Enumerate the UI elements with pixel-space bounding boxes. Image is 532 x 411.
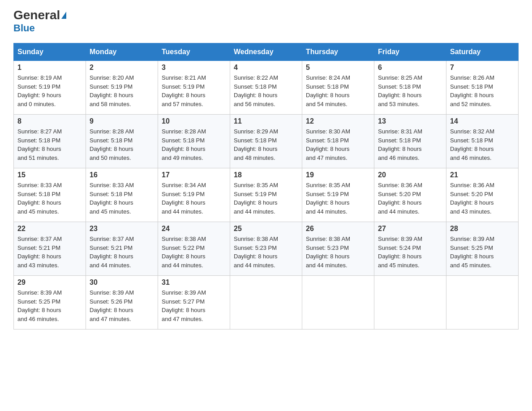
week-row-4: 22 Sunrise: 8:37 AM Sunset: 5:21 PM Dayl… (14, 222, 519, 276)
day-number: 29 (17, 278, 82, 287)
day-info: Sunrise: 8:32 AM Sunset: 5:18 PM Dayligh… (450, 127, 515, 162)
day-info: Sunrise: 8:39 AM Sunset: 5:25 PM Dayligh… (17, 288, 82, 323)
day-info: Sunrise: 8:19 AM Sunset: 5:19 PM Dayligh… (17, 73, 82, 108)
day-number: 4 (234, 64, 298, 72)
day-number: 26 (306, 225, 370, 233)
calendar-cell: 2 Sunrise: 8:20 AM Sunset: 5:19 PM Dayli… (86, 61, 158, 115)
day-number: 15 (17, 171, 82, 179)
day-info: Sunrise: 8:30 AM Sunset: 5:18 PM Dayligh… (306, 127, 370, 162)
day-info: Sunrise: 8:20 AM Sunset: 5:19 PM Dayligh… (90, 73, 154, 108)
day-number: 18 (234, 171, 298, 179)
week-row-3: 15 Sunrise: 8:33 AM Sunset: 5:18 PM Dayl… (14, 168, 519, 222)
week-row-1: 1 Sunrise: 8:19 AM Sunset: 5:19 PM Dayli… (14, 61, 519, 115)
day-info: Sunrise: 8:33 AM Sunset: 5:18 PM Dayligh… (90, 181, 154, 216)
day-number: 9 (90, 117, 154, 125)
logo-general: General (13, 9, 60, 21)
day-number: 16 (90, 171, 154, 179)
calendar-table: SundayMondayTuesdayWednesdayThursdayFrid… (13, 43, 519, 330)
calendar-cell: 19 Sunrise: 8:35 AM Sunset: 5:19 PM Dayl… (302, 168, 374, 222)
calendar-cell (446, 276, 519, 330)
day-number: 13 (378, 117, 442, 125)
calendar-cell: 16 Sunrise: 8:33 AM Sunset: 5:18 PM Dayl… (86, 168, 158, 222)
day-number: 21 (450, 171, 515, 179)
day-number: 11 (234, 117, 298, 125)
day-number: 2 (90, 64, 154, 72)
day-info: Sunrise: 8:38 AM Sunset: 5:23 PM Dayligh… (306, 235, 370, 270)
day-info: Sunrise: 8:37 AM Sunset: 5:21 PM Dayligh… (17, 235, 82, 270)
weekday-header-saturday: Saturday (446, 43, 519, 61)
day-number: 28 (450, 225, 515, 233)
day-info: Sunrise: 8:28 AM Sunset: 5:18 PM Dayligh… (162, 127, 226, 162)
calendar-cell: 27 Sunrise: 8:39 AM Sunset: 5:24 PM Dayl… (374, 222, 446, 276)
calendar-cell: 24 Sunrise: 8:38 AM Sunset: 5:22 PM Dayl… (158, 222, 230, 276)
calendar-cell: 5 Sunrise: 8:24 AM Sunset: 5:18 PM Dayli… (302, 61, 374, 115)
day-info: Sunrise: 8:21 AM Sunset: 5:19 PM Dayligh… (162, 73, 226, 108)
calendar-cell: 11 Sunrise: 8:29 AM Sunset: 5:18 PM Dayl… (230, 115, 302, 168)
day-info: Sunrise: 8:28 AM Sunset: 5:18 PM Dayligh… (90, 127, 154, 162)
calendar-cell: 22 Sunrise: 8:37 AM Sunset: 5:21 PM Dayl… (14, 222, 86, 276)
calendar-cell (230, 276, 302, 330)
day-info: Sunrise: 8:33 AM Sunset: 5:18 PM Dayligh… (17, 181, 82, 216)
calendar-cell: 25 Sunrise: 8:38 AM Sunset: 5:23 PM Dayl… (230, 222, 302, 276)
day-number: 12 (306, 117, 370, 125)
calendar-cell (374, 276, 446, 330)
day-info: Sunrise: 8:36 AM Sunset: 5:20 PM Dayligh… (378, 181, 442, 216)
calendar-cell (302, 276, 374, 330)
day-number: 1 (17, 64, 82, 72)
day-info: Sunrise: 8:38 AM Sunset: 5:23 PM Dayligh… (234, 235, 298, 270)
calendar-cell: 7 Sunrise: 8:26 AM Sunset: 5:18 PM Dayli… (446, 61, 519, 115)
calendar-cell: 8 Sunrise: 8:27 AM Sunset: 5:18 PM Dayli… (14, 115, 86, 168)
day-number: 8 (17, 117, 82, 125)
day-info: Sunrise: 8:31 AM Sunset: 5:18 PM Dayligh… (378, 127, 442, 162)
day-info: Sunrise: 8:38 AM Sunset: 5:22 PM Dayligh… (162, 235, 226, 270)
day-number: 19 (306, 171, 370, 179)
day-number: 23 (90, 225, 154, 233)
day-number: 30 (90, 278, 154, 287)
calendar-cell: 12 Sunrise: 8:30 AM Sunset: 5:18 PM Dayl… (302, 115, 374, 168)
weekday-header-thursday: Thursday (302, 43, 374, 61)
weekday-header-friday: Friday (374, 43, 446, 61)
calendar-cell: 28 Sunrise: 8:39 AM Sunset: 5:25 PM Dayl… (446, 222, 519, 276)
day-info: Sunrise: 8:39 AM Sunset: 5:26 PM Dayligh… (90, 288, 154, 323)
day-number: 10 (162, 117, 226, 125)
weekday-header-wednesday: Wednesday (230, 43, 302, 61)
logo: General Blue (13, 9, 66, 34)
day-info: Sunrise: 8:39 AM Sunset: 5:27 PM Dayligh… (162, 288, 226, 323)
day-number: 25 (234, 225, 298, 233)
calendar-cell: 3 Sunrise: 8:21 AM Sunset: 5:19 PM Dayli… (158, 61, 230, 115)
day-number: 7 (450, 64, 515, 72)
calendar-cell: 15 Sunrise: 8:33 AM Sunset: 5:18 PM Dayl… (14, 168, 86, 222)
calendar-cell: 9 Sunrise: 8:28 AM Sunset: 5:18 PM Dayli… (86, 115, 158, 168)
day-number: 22 (17, 225, 82, 233)
day-number: 20 (378, 171, 442, 179)
day-info: Sunrise: 8:29 AM Sunset: 5:18 PM Dayligh… (234, 127, 298, 162)
day-info: Sunrise: 8:24 AM Sunset: 5:18 PM Dayligh… (306, 73, 370, 108)
day-number: 6 (378, 64, 442, 72)
weekday-header-row: SundayMondayTuesdayWednesdayThursdayFrid… (14, 43, 519, 61)
day-info: Sunrise: 8:39 AM Sunset: 5:25 PM Dayligh… (450, 235, 515, 270)
day-info: Sunrise: 8:25 AM Sunset: 5:18 PM Dayligh… (378, 73, 442, 108)
day-info: Sunrise: 8:39 AM Sunset: 5:24 PM Dayligh… (378, 235, 442, 270)
calendar-cell: 21 Sunrise: 8:36 AM Sunset: 5:20 PM Dayl… (446, 168, 519, 222)
day-info: Sunrise: 8:27 AM Sunset: 5:18 PM Dayligh… (17, 127, 82, 162)
calendar-cell: 31 Sunrise: 8:39 AM Sunset: 5:27 PM Dayl… (158, 276, 230, 330)
day-info: Sunrise: 8:37 AM Sunset: 5:21 PM Dayligh… (90, 235, 154, 270)
weekday-header-sunday: Sunday (14, 43, 86, 61)
calendar-cell: 20 Sunrise: 8:36 AM Sunset: 5:20 PM Dayl… (374, 168, 446, 222)
day-info: Sunrise: 8:35 AM Sunset: 5:19 PM Dayligh… (306, 181, 370, 216)
calendar-cell: 23 Sunrise: 8:37 AM Sunset: 5:21 PM Dayl… (86, 222, 158, 276)
week-row-5: 29 Sunrise: 8:39 AM Sunset: 5:25 PM Dayl… (14, 276, 519, 330)
day-info: Sunrise: 8:36 AM Sunset: 5:20 PM Dayligh… (450, 181, 515, 216)
calendar-cell: 26 Sunrise: 8:38 AM Sunset: 5:23 PM Dayl… (302, 222, 374, 276)
weekday-header-monday: Monday (86, 43, 158, 61)
logo-blue: Blue (13, 22, 35, 34)
calendar-cell: 17 Sunrise: 8:34 AM Sunset: 5:19 PM Dayl… (158, 168, 230, 222)
calendar-cell: 4 Sunrise: 8:22 AM Sunset: 5:18 PM Dayli… (230, 61, 302, 115)
calendar-cell: 10 Sunrise: 8:28 AM Sunset: 5:18 PM Dayl… (158, 115, 230, 168)
day-number: 17 (162, 171, 226, 179)
day-number: 31 (162, 278, 226, 287)
day-number: 3 (162, 64, 226, 72)
week-row-2: 8 Sunrise: 8:27 AM Sunset: 5:18 PM Dayli… (14, 115, 519, 168)
day-number: 14 (450, 117, 515, 125)
day-info: Sunrise: 8:22 AM Sunset: 5:18 PM Dayligh… (234, 73, 298, 108)
